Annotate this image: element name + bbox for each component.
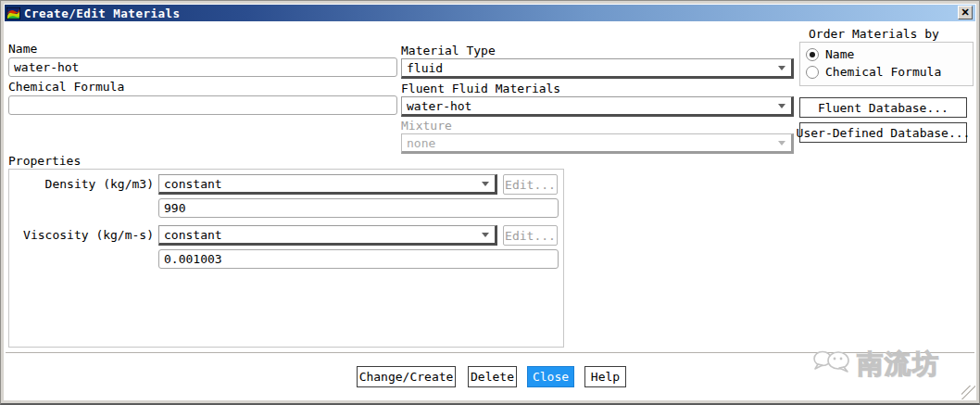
viscosity-method-value: constant: [164, 228, 222, 242]
density-method-dropdown[interactable]: constant: [158, 174, 497, 195]
material-type-dropdown[interactable]: fluid: [401, 58, 794, 79]
viscosity-value-input[interactable]: [158, 249, 559, 269]
fluent-fluid-materials-value: water-hot: [407, 99, 471, 113]
fluent-database-button[interactable]: Fluent Database...: [799, 97, 967, 118]
viscosity-edit-button: Edit...: [503, 225, 558, 246]
chevron-down-icon: [482, 182, 489, 186]
chevron-down-icon: [482, 233, 489, 237]
radio-label: Name: [825, 47, 854, 61]
material-type-value: fluid: [407, 61, 443, 75]
fluent-app-icon: [6, 7, 20, 19]
order-materials-by-label: Order Materials by: [809, 28, 939, 41]
fluent-fluid-materials-dropdown[interactable]: water-hot: [401, 96, 794, 117]
radio-icon: [806, 48, 819, 61]
properties-label: Properties: [8, 155, 81, 168]
create-edit-materials-dialog: Create/Edit Materials ✕ Name Chemical Fo…: [0, 0, 980, 405]
material-type-label: Material Type: [401, 44, 496, 57]
close-window-button[interactable]: ✕: [958, 6, 973, 19]
chevron-down-icon: [778, 141, 785, 146]
fluent-fluid-materials-label: Fluent Fluid Materials: [401, 82, 560, 95]
footer-divider: [6, 352, 974, 354]
radio-icon: [806, 66, 819, 79]
name-label: Name: [8, 43, 37, 56]
chemical-formula-input[interactable]: [8, 95, 397, 115]
viscosity-method-dropdown[interactable]: constant: [158, 225, 497, 246]
chevron-down-icon: [778, 104, 785, 108]
name-input[interactable]: [8, 57, 397, 77]
density-value-input[interactable]: [158, 198, 559, 218]
density-method-value: constant: [164, 177, 222, 191]
chemical-formula-label: Chemical Formula: [8, 81, 124, 94]
close-icon: ✕: [961, 7, 969, 18]
delete-button[interactable]: Delete: [468, 366, 517, 387]
density-edit-button: Edit...: [503, 174, 558, 195]
mixture-dropdown: none: [401, 133, 794, 154]
density-label: Density (kg/m3): [10, 178, 154, 191]
titlebar: Create/Edit Materials ✕: [5, 5, 975, 21]
help-button[interactable]: Help: [584, 366, 626, 387]
mixture-value: none: [407, 136, 435, 150]
watermark-text: 南流坊: [857, 351, 940, 377]
radio-order-by-name[interactable]: Name: [806, 47, 854, 61]
user-defined-database-button[interactable]: User-Defined Database...: [799, 122, 967, 143]
viscosity-label: Viscosity (kg/m-s): [10, 229, 154, 242]
change-create-button[interactable]: Change/Create: [357, 366, 456, 387]
radio-label: Chemical Formula: [825, 65, 941, 79]
resize-grip-icon[interactable]: [961, 386, 975, 399]
radio-order-by-chemical-formula[interactable]: Chemical Formula: [806, 65, 941, 79]
window-title: Create/Edit Materials: [24, 6, 181, 20]
close-button[interactable]: Close: [527, 366, 574, 387]
chevron-down-icon: [778, 66, 785, 70]
mixture-label: Mixture: [401, 120, 452, 133]
